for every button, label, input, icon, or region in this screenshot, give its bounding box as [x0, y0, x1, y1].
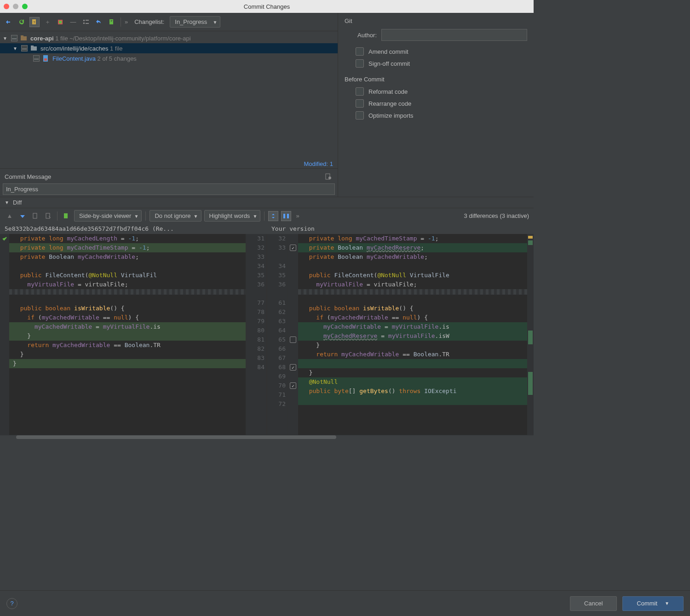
- tree-label: src/com/intellij/ide/caches 1 file: [40, 45, 122, 52]
- diff-left-column: 5e8332b2ad63484aa1d66de356572d7fbd7f04c6…: [0, 223, 267, 435]
- optimize-checkbox[interactable]: [356, 111, 364, 120]
- remove-icon[interactable]: —: [68, 17, 78, 27]
- highlight-dropdown[interactable]: Highlight words ▼: [204, 210, 261, 222]
- reformat-label: Reformat code: [368, 88, 408, 95]
- changelist-label: Changelist:: [134, 18, 164, 25]
- diff-section-header: ▼ Diff: [0, 197, 534, 208]
- viewer-mode-dropdown[interactable]: Side-by-side viewer ▼: [74, 210, 142, 222]
- tree-folder-row[interactable]: ▼ — src/com/intellij/ide/caches 1 file: [0, 43, 338, 53]
- toolbar-separator: [145, 211, 146, 221]
- expand-icon[interactable]: »: [125, 18, 128, 25]
- author-input[interactable]: [381, 29, 527, 41]
- svg-rect-18: [46, 213, 50, 218]
- tree-arrow-icon[interactable]: ▼: [5, 200, 10, 205]
- rearrange-checkbox[interactable]: [356, 99, 364, 108]
- svg-rect-14: [44, 58, 47, 61]
- svg-rect-21: [287, 214, 289, 218]
- changelist-icon[interactable]: ?: [29, 17, 40, 27]
- next-diff-icon[interactable]: [17, 211, 28, 221]
- git-section-header: Git: [345, 17, 527, 24]
- tree-arrow-icon[interactable]: ▼: [3, 36, 8, 41]
- diff-right-markers[interactable]: ✓✓✓: [288, 234, 298, 435]
- left-pane: ? ＋ — » Changelist: In_Progress ▼ ▼ — co…: [0, 13, 338, 197]
- toolbar-separator: [264, 211, 264, 221]
- tree-checkbox[interactable]: —: [11, 35, 17, 41]
- highlight-value: Highlight words: [209, 212, 250, 219]
- diff-left-code[interactable]: private long myCachedLength = -1; privat…: [9, 234, 246, 435]
- show-diff-icon[interactable]: [4, 17, 14, 27]
- main-area: ? ＋ — » Changelist: In_Progress ▼ ▼ — co…: [0, 13, 534, 197]
- history-icon[interactable]: [323, 171, 333, 182]
- open-in-editor-icon[interactable]: [43, 211, 53, 221]
- svg-rect-3: [59, 21, 62, 23]
- tree-checkbox[interactable]: —: [21, 45, 28, 51]
- commit-message-label: Commit Message: [5, 173, 51, 180]
- viewer-mode-value: Side-by-side viewer: [79, 212, 131, 219]
- module-icon: [20, 34, 28, 42]
- amend-checkbox[interactable]: [356, 47, 364, 56]
- group-icon[interactable]: [81, 17, 91, 27]
- signoff-checkbox[interactable]: [356, 59, 364, 68]
- horizontal-scrollbar[interactable]: [0, 435, 534, 439]
- analyze-diff-icon[interactable]: [61, 211, 71, 221]
- whitespace-dropdown[interactable]: Do not ignore ▼: [150, 210, 201, 222]
- folder-icon: [30, 45, 38, 52]
- diff-left-margin: [0, 234, 9, 435]
- analyze-icon[interactable]: [107, 17, 117, 27]
- svg-rect-4: [83, 20, 85, 21]
- java-file-icon: [42, 55, 50, 62]
- toolbar-separator: [121, 17, 121, 27]
- tree-checkbox[interactable]: —: [33, 55, 40, 62]
- changelist-value: In_Progress: [175, 18, 207, 25]
- diff-right-header: Your version: [267, 223, 534, 234]
- diff-body: 5e8332b2ad63484aa1d66de356572d7fbd7f04c6…: [0, 223, 534, 435]
- svg-rect-10: [21, 35, 23, 37]
- commit-message-header: Commit Message: [0, 168, 338, 183]
- reformat-checkbox[interactable]: [356, 87, 364, 96]
- sync-scroll-icon[interactable]: [281, 211, 291, 221]
- svg-rect-20: [283, 214, 285, 218]
- diff-left-gutter: 3132333435367778798081828384: [246, 234, 267, 435]
- tree-label: FileContent.java 2 of 5 changes: [52, 55, 137, 62]
- chevron-down-icon: ▼: [134, 213, 139, 218]
- right-pane: Git Author: Amend commit Sign-off commit…: [338, 13, 534, 197]
- before-commit-header: Before Commit: [345, 76, 527, 83]
- svg-rect-17: [33, 213, 37, 218]
- chevron-down-icon: ▼: [194, 213, 198, 218]
- changelist-dropdown[interactable]: In_Progress ▼: [170, 16, 220, 28]
- window-title: Commit Changes: [0, 3, 534, 10]
- expand-icon[interactable]: »: [296, 212, 299, 219]
- rearrange-label: Rearrange code: [368, 100, 411, 107]
- svg-rect-5: [83, 23, 85, 24]
- tree-arrow-icon[interactable]: ▼: [13, 46, 18, 51]
- file-tree[interactable]: ▼ — core-api 1 file ~/Desktop/intellij-c…: [0, 31, 338, 159]
- add-icon[interactable]: ＋: [42, 17, 52, 27]
- jump-to-source-icon[interactable]: [30, 211, 40, 221]
- diff-toolbar: ▲ Side-by-side viewer ▼ Do not ignore ▼ …: [0, 208, 534, 223]
- diff-status: 3 differences (3 inactive): [464, 212, 529, 219]
- changes-toolbar: ? ＋ — » Changelist: In_Progress ▼: [0, 13, 338, 31]
- chevron-down-icon: ▼: [213, 19, 217, 24]
- author-label: Author:: [345, 32, 377, 39]
- prev-diff-icon[interactable]: ▲: [5, 211, 15, 221]
- svg-rect-8: [109, 19, 113, 24]
- diff-label: Diff: [13, 199, 22, 206]
- collapse-unchanged-icon[interactable]: [268, 211, 278, 221]
- toolbar-separator: [57, 211, 58, 221]
- tree-file-row[interactable]: — FileContent.java 2 of 5 changes: [0, 53, 338, 63]
- titlebar: Commit Changes: [0, 0, 534, 13]
- refresh-icon[interactable]: [17, 17, 27, 27]
- rollback-icon[interactable]: [55, 17, 65, 27]
- diff-left-header: 5e8332b2ad63484aa1d66de356572d7fbd7f04c6…: [0, 223, 267, 234]
- signoff-label: Sign-off commit: [368, 60, 410, 67]
- undo-icon[interactable]: [94, 17, 104, 27]
- modified-count: Modified: 1: [0, 159, 338, 168]
- diff-overview-ruler[interactable]: [527, 234, 534, 435]
- tree-label: core-api 1 file ~/Desktop/intellij-commu…: [30, 35, 191, 42]
- diff-right-code[interactable]: private long myCachedTimeStamp = -1; pri…: [298, 234, 527, 435]
- scrollbar-thumb[interactable]: [16, 435, 336, 439]
- commit-message-input[interactable]: In_Progress: [3, 183, 335, 195]
- tree-module-row[interactable]: ▼ — core-api 1 file ~/Desktop/intellij-c…: [0, 33, 338, 43]
- svg-rect-19: [64, 213, 68, 218]
- svg-point-16: [328, 177, 331, 179]
